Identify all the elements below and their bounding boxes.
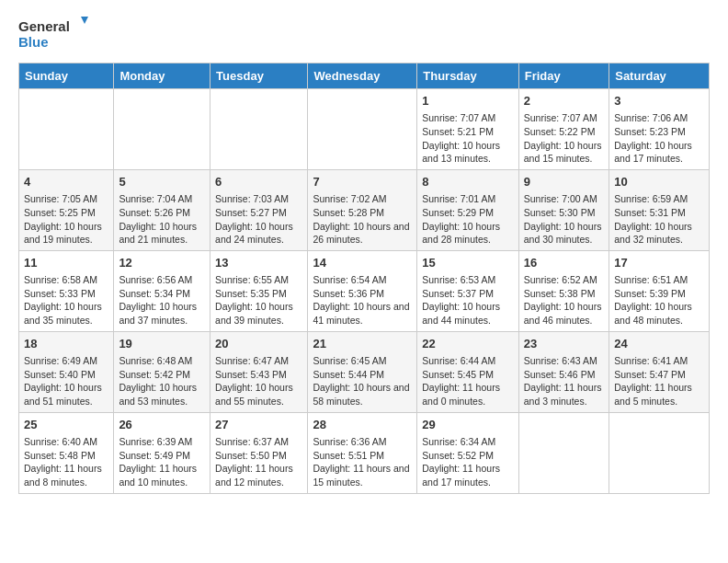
sunset-text: Sunset: 5:46 PM bbox=[524, 368, 604, 382]
svg-marker-2 bbox=[81, 17, 88, 24]
sunrise-text: Sunrise: 6:56 AM bbox=[119, 273, 205, 287]
daylight-text: Daylight: 10 hours and 46 minutes. bbox=[524, 300, 604, 327]
sunrise-text: Sunrise: 6:58 AM bbox=[24, 273, 108, 287]
sunrise-text: Sunrise: 7:01 AM bbox=[422, 192, 514, 206]
calendar-cell: 2Sunrise: 7:07 AMSunset: 5:22 PMDaylight… bbox=[518, 89, 609, 170]
header-friday: Friday bbox=[518, 63, 609, 89]
calendar-cell bbox=[19, 89, 114, 170]
sunset-text: Sunset: 5:25 PM bbox=[24, 206, 108, 220]
daylight-text: Daylight: 10 hours and 15 minutes. bbox=[524, 139, 604, 166]
calendar-cell: 7Sunrise: 7:02 AMSunset: 5:28 PMDaylight… bbox=[308, 169, 417, 250]
daylight-text: Daylight: 10 hours and 13 minutes. bbox=[422, 139, 514, 166]
day-number: 25 bbox=[24, 417, 108, 433]
day-number: 15 bbox=[422, 255, 514, 271]
day-number: 4 bbox=[24, 174, 108, 190]
daylight-text: Daylight: 10 hours and 44 minutes. bbox=[422, 300, 514, 327]
day-number: 29 bbox=[422, 417, 514, 433]
sunrise-text: Sunrise: 6:47 AM bbox=[215, 354, 302, 368]
daylight-text: Daylight: 11 hours and 5 minutes. bbox=[614, 381, 704, 408]
sunset-text: Sunset: 5:28 PM bbox=[313, 206, 412, 220]
day-number: 10 bbox=[614, 174, 704, 190]
day-number: 8 bbox=[422, 174, 514, 190]
sunrise-text: Sunrise: 6:43 AM bbox=[524, 354, 604, 368]
sunrise-text: Sunrise: 6:54 AM bbox=[313, 273, 412, 287]
daylight-text: Daylight: 11 hours and 0 minutes. bbox=[422, 381, 514, 408]
sunset-text: Sunset: 5:29 PM bbox=[422, 206, 514, 220]
sunset-text: Sunset: 5:27 PM bbox=[215, 206, 302, 220]
daylight-text: Daylight: 10 hours and 37 minutes. bbox=[119, 300, 205, 327]
daylight-text: Daylight: 10 hours and 41 minutes. bbox=[313, 300, 412, 327]
calendar-cell: 24Sunrise: 6:41 AMSunset: 5:47 PMDayligh… bbox=[609, 331, 710, 412]
sunset-text: Sunset: 5:44 PM bbox=[313, 368, 412, 382]
calendar-cell: 23Sunrise: 6:43 AMSunset: 5:46 PMDayligh… bbox=[518, 331, 609, 412]
sunrise-text: Sunrise: 6:41 AM bbox=[614, 354, 704, 368]
page-header: General Blue bbox=[18, 15, 710, 55]
sunrise-text: Sunrise: 7:03 AM bbox=[215, 192, 302, 206]
daylight-text: Daylight: 11 hours and 15 minutes. bbox=[313, 462, 412, 488]
daylight-text: Daylight: 10 hours and 21 minutes. bbox=[119, 220, 205, 247]
daylight-text: Daylight: 11 hours and 17 minutes. bbox=[422, 462, 514, 488]
sunrise-text: Sunrise: 6:59 AM bbox=[614, 192, 704, 206]
calendar-cell: 14Sunrise: 6:54 AMSunset: 5:36 PMDayligh… bbox=[308, 250, 417, 331]
daylight-text: Daylight: 11 hours and 10 minutes. bbox=[119, 462, 205, 488]
calendar-cell bbox=[308, 89, 417, 170]
sunset-text: Sunset: 5:38 PM bbox=[524, 287, 604, 301]
calendar-cell bbox=[609, 412, 710, 493]
calendar-cell: 9Sunrise: 7:00 AMSunset: 5:30 PMDaylight… bbox=[518, 169, 609, 250]
sunset-text: Sunset: 5:30 PM bbox=[524, 206, 604, 220]
header-tuesday: Tuesday bbox=[210, 63, 308, 89]
calendar-cell: 11Sunrise: 6:58 AMSunset: 5:33 PMDayligh… bbox=[19, 250, 114, 331]
sunrise-text: Sunrise: 6:40 AM bbox=[24, 435, 108, 449]
sunrise-text: Sunrise: 6:52 AM bbox=[524, 273, 604, 287]
calendar-cell: 29Sunrise: 6:34 AMSunset: 5:52 PMDayligh… bbox=[417, 412, 519, 493]
sunset-text: Sunset: 5:49 PM bbox=[119, 449, 205, 463]
header-thursday: Thursday bbox=[417, 63, 519, 89]
sunset-text: Sunset: 5:23 PM bbox=[614, 125, 704, 139]
sunrise-text: Sunrise: 7:02 AM bbox=[313, 192, 412, 206]
logo: General Blue bbox=[18, 15, 92, 55]
sunrise-text: Sunrise: 7:06 AM bbox=[614, 111, 704, 125]
daylight-text: Daylight: 10 hours and 35 minutes. bbox=[24, 300, 108, 327]
day-number: 7 bbox=[313, 174, 412, 190]
calendar-cell: 6Sunrise: 7:03 AMSunset: 5:27 PMDaylight… bbox=[210, 169, 308, 250]
sunrise-text: Sunrise: 6:39 AM bbox=[119, 435, 205, 449]
sunrise-text: Sunrise: 6:48 AM bbox=[119, 354, 205, 368]
daylight-text: Daylight: 10 hours and 19 minutes. bbox=[24, 220, 108, 247]
daylight-text: Daylight: 10 hours and 28 minutes. bbox=[422, 220, 514, 247]
calendar-cell: 16Sunrise: 6:52 AMSunset: 5:38 PMDayligh… bbox=[518, 250, 609, 331]
calendar-cell: 8Sunrise: 7:01 AMSunset: 5:29 PMDaylight… bbox=[417, 169, 519, 250]
sunset-text: Sunset: 5:21 PM bbox=[422, 125, 514, 139]
day-number: 19 bbox=[119, 336, 205, 352]
calendar-cell: 3Sunrise: 7:06 AMSunset: 5:23 PMDaylight… bbox=[609, 89, 710, 170]
sunrise-text: Sunrise: 6:34 AM bbox=[422, 435, 514, 449]
day-number: 18 bbox=[24, 336, 108, 352]
calendar-cell: 12Sunrise: 6:56 AMSunset: 5:34 PMDayligh… bbox=[114, 250, 210, 331]
svg-text:General: General bbox=[18, 18, 70, 34]
calendar-cell: 28Sunrise: 6:36 AMSunset: 5:51 PMDayligh… bbox=[308, 412, 417, 493]
day-number: 14 bbox=[313, 255, 412, 271]
sunrise-text: Sunrise: 6:36 AM bbox=[313, 435, 412, 449]
day-number: 26 bbox=[119, 417, 205, 433]
sunrise-text: Sunrise: 7:00 AM bbox=[524, 192, 604, 206]
calendar-week-row: 4Sunrise: 7:05 AMSunset: 5:25 PMDaylight… bbox=[19, 169, 710, 250]
daylight-text: Daylight: 11 hours and 8 minutes. bbox=[24, 462, 108, 488]
day-number: 3 bbox=[614, 93, 704, 109]
calendar-cell: 21Sunrise: 6:45 AMSunset: 5:44 PMDayligh… bbox=[308, 331, 417, 412]
sunset-text: Sunset: 5:31 PM bbox=[614, 206, 704, 220]
header-saturday: Saturday bbox=[609, 63, 710, 89]
sunset-text: Sunset: 5:26 PM bbox=[119, 206, 205, 220]
day-number: 27 bbox=[215, 417, 302, 433]
sunset-text: Sunset: 5:33 PM bbox=[24, 287, 108, 301]
calendar-cell: 27Sunrise: 6:37 AMSunset: 5:50 PMDayligh… bbox=[210, 412, 308, 493]
calendar-cell: 18Sunrise: 6:49 AMSunset: 5:40 PMDayligh… bbox=[19, 331, 114, 412]
sunrise-text: Sunrise: 6:55 AM bbox=[215, 273, 302, 287]
sunset-text: Sunset: 5:50 PM bbox=[215, 449, 302, 463]
sunset-text: Sunset: 5:36 PM bbox=[313, 287, 412, 301]
calendar-cell: 25Sunrise: 6:40 AMSunset: 5:48 PMDayligh… bbox=[19, 412, 114, 493]
sunrise-text: Sunrise: 7:07 AM bbox=[422, 111, 514, 125]
daylight-text: Daylight: 10 hours and 30 minutes. bbox=[524, 220, 604, 247]
daylight-text: Daylight: 10 hours and 26 minutes. bbox=[313, 220, 412, 247]
sunrise-text: Sunrise: 6:49 AM bbox=[24, 354, 108, 368]
sunset-text: Sunset: 5:47 PM bbox=[614, 368, 704, 382]
sunset-text: Sunset: 5:45 PM bbox=[422, 368, 514, 382]
